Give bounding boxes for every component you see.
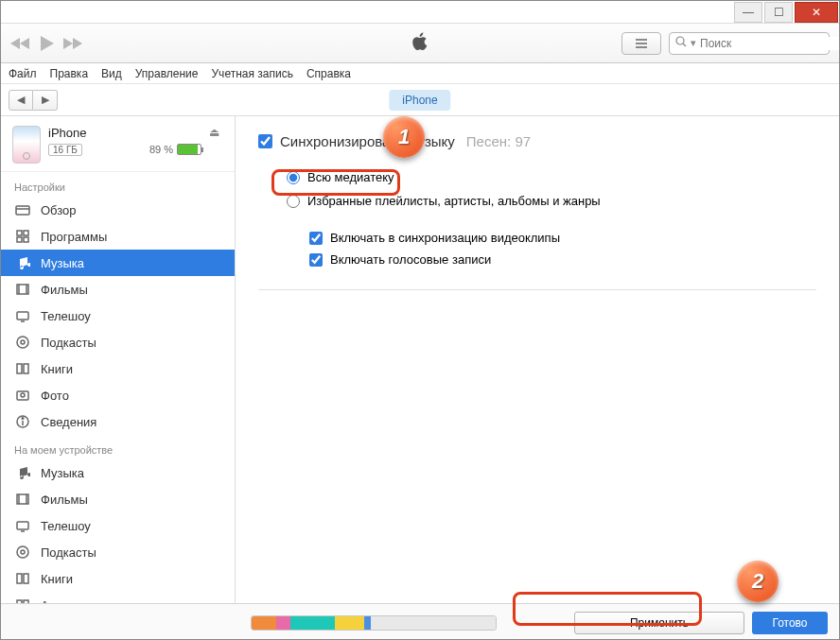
menu-controls[interactable]: Управление [135,67,199,80]
check-voice-input[interactable] [309,253,323,267]
list-view-button[interactable] [621,32,661,55]
svg-rect-6 [17,237,22,242]
device-thumbnail-icon [12,126,41,164]
nav-back-button[interactable]: ◀ [9,90,33,111]
info-icon [14,413,31,430]
sidebar-item-photos[interactable]: Фото [1,382,235,408]
bottom-bar: Применить Готово [1,603,839,640]
sidebar-item-music[interactable]: Музыка [1,250,235,276]
nav-forward-button[interactable]: ▶ [33,90,58,111]
menu-file[interactable]: Файл [9,67,37,80]
sidebar-item-label: Книги [41,572,73,586]
content-divider [258,289,816,290]
svg-line-1 [683,43,686,46]
sidebar-item-books[interactable]: Книги [1,355,235,382]
annotation-callout-1: 1 [383,116,425,158]
svg-point-0 [676,37,684,44]
radio-all-label: Всю медиатеку [307,170,394,184]
music-icon [14,254,31,271]
sidebar-item-label: Телешоу [41,519,91,533]
sidebar-item-info[interactable]: Сведения [1,408,235,435]
window-close-button[interactable]: ✕ [795,2,838,23]
eject-icon[interactable]: ⏏ [209,126,223,139]
search-input[interactable] [700,37,840,50]
menu-help[interactable]: Справка [306,67,351,80]
annotation-callout-2: 2 [737,561,779,602]
sidebar-item-label: Музыка [41,466,84,480]
radio-selected-label: Избранные плейлисты, артисты, альбомы и … [307,194,601,208]
svg-rect-11 [17,312,28,320]
movies-icon [14,491,31,508]
device-item-podcasts[interactable]: Подкасты [1,539,235,565]
settings-section-label: Настройки [1,172,235,197]
player-toolbar: ▾ [1,24,839,63]
next-track-button[interactable] [61,36,82,51]
svg-rect-5 [24,231,28,235]
sidebar-item-movies[interactable]: Фильмы [1,276,235,303]
svg-point-26 [21,550,25,554]
settings-nav-list: Обзор Программы Музыка Фильмы Телешоу По… [1,197,235,435]
svg-rect-4 [17,231,22,235]
svg-rect-7 [24,237,28,242]
tv-icon [14,307,31,324]
sidebar-item-label: Музыка [41,256,84,270]
device-item-books[interactable]: Книги [1,565,235,592]
sidebar-item-apps[interactable]: Программы [1,223,235,250]
check-videos-input[interactable] [309,232,323,245]
books-icon [14,360,31,377]
battery-percent-label: 89 % [149,144,173,155]
sync-music-label: Синхронизировать музыку [280,133,455,149]
play-button[interactable] [37,34,56,53]
sidebar-item-label: Телешоу [41,309,91,323]
check-include-voice[interactable]: Включать голосовые записи [309,252,816,267]
search-chevron-icon: ▾ [691,37,696,49]
sidebar-item-tvshows[interactable]: Телешоу [1,303,235,329]
window-minimize-button[interactable]: — [734,2,762,23]
battery-icon [177,144,201,155]
books-icon [14,570,31,587]
radio-selected-input[interactable] [287,195,300,208]
sidebar-item-podcasts[interactable]: Подкасты [1,329,235,355]
audiobooks-icon [14,597,31,603]
sidebar-item-label: Книги [41,362,73,376]
radio-all-library[interactable]: Всю медиатеку [287,170,816,184]
sync-music-checkbox[interactable] [258,134,272,148]
svg-point-13 [17,337,28,348]
tv-icon [14,517,31,534]
sidebar: iPhone 16 ГБ 89 % ⏏ Настройки Обзор Прог… [1,116,236,603]
device-header[interactable]: iPhone 16 ГБ 89 % ⏏ [1,122,235,172]
apply-button[interactable]: Применить [574,612,744,634]
overview-icon [14,201,31,218]
device-tab[interactable]: iPhone [389,90,450,111]
device-item-audiobooks[interactable]: Аудиокниги [1,592,235,603]
menu-account[interactable]: Учетная запись [212,67,293,80]
podcast-icon [14,334,31,351]
device-item-music[interactable]: Музыка [1,459,235,486]
capacity-bar [251,615,497,631]
svg-point-25 [17,546,28,558]
check-include-videos[interactable]: Включать в синхронизацию видеоклипы [309,231,816,245]
sidebar-item-overview[interactable]: Обзор [1,197,235,223]
music-icon [14,464,31,481]
radio-selected-library[interactable]: Избранные плейлисты, артисты, альбомы и … [287,194,816,208]
sidebar-item-label: Сведения [41,415,96,429]
device-name-label: iPhone [48,126,201,140]
sidebar-item-label: Фильмы [41,283,88,297]
menu-edit[interactable]: Правка [50,67,89,80]
tab-row: ◀ ▶ iPhone [1,84,839,116]
device-item-movies[interactable]: Фильмы [1,486,235,512]
check-voice-label: Включать голосовые записи [330,252,491,267]
sidebar-item-label: Программы [41,230,107,244]
done-button[interactable]: Готово [752,612,828,634]
sidebar-item-label: Подкасты [41,545,96,560]
device-item-tv[interactable]: Телешоу [1,512,235,539]
window-maximize-button[interactable]: ☐ [764,2,793,23]
device-capacity-badge: 16 ГБ [48,144,82,156]
song-count-value: 97 [515,133,531,149]
menu-view[interactable]: Вид [101,67,122,80]
search-field[interactable]: ▾ [669,32,830,55]
previous-track-button[interactable] [10,36,31,51]
radio-all-input[interactable] [287,171,300,184]
apple-logo-icon [411,32,429,55]
search-icon [675,36,687,50]
